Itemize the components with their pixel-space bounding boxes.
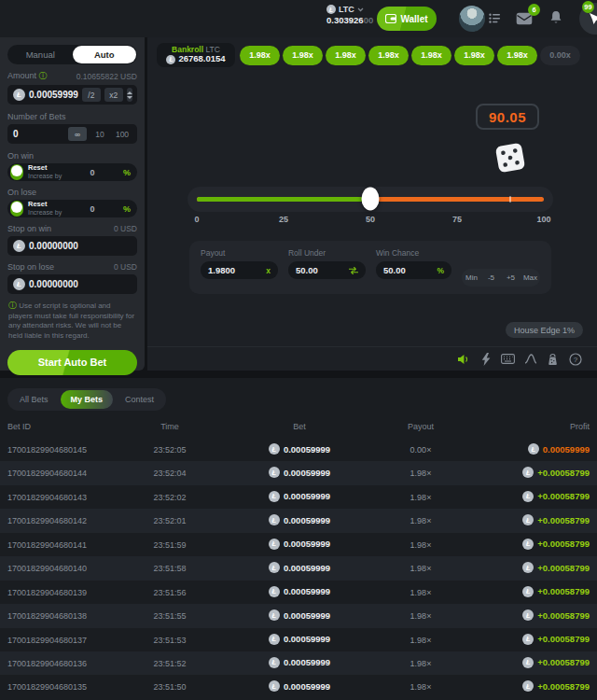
- on-lose-toggle[interactable]: [10, 201, 23, 217]
- wallet-label: Wallet: [400, 14, 427, 24]
- number-of-bets-input[interactable]: 0 ∞ 10 100: [7, 124, 137, 144]
- amount-input[interactable]: Ł 0.00059999 /2 x2: [7, 85, 137, 105]
- bet-id[interactable]: 17001829904680145: [7, 445, 87, 455]
- payout-input[interactable]: 1.9800 x: [201, 261, 278, 279]
- bet-time: 23:52:01: [131, 516, 209, 525]
- stop-on-lose-input[interactable]: Ł 0.00000000: [7, 274, 137, 294]
- bet-id[interactable]: 17001829904680135: [7, 682, 87, 692]
- bet-id[interactable]: 17001829904680144: [7, 469, 87, 478]
- bet-id[interactable]: 17001829904680143: [7, 493, 87, 502]
- avatar[interactable]: [459, 6, 485, 32]
- bets-tabs: All BetsMy BetsContest: [7, 388, 166, 411]
- table-row: 1700182990468014523:52:05Ł0.000599990.00…: [0, 438, 597, 461]
- on-win-value[interactable]: 0: [66, 168, 118, 177]
- table-row: 1700182990468014123:51:59Ł0.000599991.98…: [0, 533, 597, 556]
- turbo-bolt-icon[interactable]: [479, 352, 493, 366]
- slider-handle[interactable]: [362, 187, 380, 210]
- tab-my-bets[interactable]: My Bets: [61, 390, 114, 409]
- bet-profit: Ł+0.00058799: [522, 634, 590, 645]
- amount-value: 0.00059999: [29, 90, 78, 100]
- ltc-coin-icon: Ł: [269, 634, 280, 645]
- bet-id[interactable]: 17001829904680137: [7, 636, 87, 645]
- bet-id[interactable]: 17001829904680142: [7, 516, 87, 525]
- game-footer-toolbar: ?: [147, 346, 597, 371]
- bets-10-button[interactable]: 10: [90, 127, 109, 141]
- win-chance-max-button[interactable]: Max: [521, 269, 540, 287]
- bet-payout: 1.98×: [379, 636, 463, 645]
- multiplier-pill: 1.98x: [326, 46, 366, 65]
- balance-dim-digits: 00: [364, 15, 374, 25]
- ltc-coin-icon: Ł: [269, 491, 280, 502]
- amount-stepper[interactable]: [127, 88, 132, 102]
- bet-id[interactable]: 17001829904680141: [7, 540, 87, 550]
- multiplier-pill: 1.98x: [411, 46, 451, 65]
- double-amount-button[interactable]: x2: [104, 88, 123, 102]
- win-chance-minus-5-button[interactable]: -5: [481, 269, 501, 287]
- tab-contest[interactable]: Contest: [115, 390, 164, 409]
- sound-icon[interactable]: [456, 352, 470, 366]
- seed-shaker-icon[interactable]: [546, 352, 560, 366]
- table-row: 1700182990468014423:52:04Ł0.000599991.98…: [0, 461, 597, 484]
- rank-list-icon[interactable]: [489, 13, 501, 23]
- on-win-label: On win: [7, 151, 137, 161]
- bet-id[interactable]: 17001829904680138: [7, 611, 87, 621]
- script-disclaimer: ⓘ Use of script is optional and players …: [7, 301, 137, 342]
- win-chance-plus-5-button[interactable]: +5: [501, 269, 521, 287]
- column-header-payout: Payout: [379, 422, 463, 431]
- win-chance-label: Win Chance: [376, 248, 451, 258]
- live-stats-icon[interactable]: [523, 352, 537, 366]
- slider-track[interactable]: [197, 197, 544, 202]
- roll-result-tick: [509, 196, 511, 203]
- ltc-coin-icon: Ł: [166, 55, 175, 64]
- ltc-coin-icon: Ł: [522, 467, 534, 478]
- bet-profit: Ł+0.00058799: [522, 609, 590, 621]
- bet-id[interactable]: 17001829904680139: [7, 588, 87, 597]
- stop-on-win-converted: 0 USD: [114, 224, 137, 233]
- roll-under-label: Roll Under: [288, 248, 366, 258]
- bet-id[interactable]: 17001829904680136: [7, 659, 87, 668]
- on-lose-toggle-labels: Reset Increase by: [28, 201, 62, 217]
- on-win-toggle-labels: Reset Increase by: [28, 164, 62, 180]
- bet-payout: 1.98×: [379, 659, 463, 668]
- ltc-coin-icon: Ł: [522, 562, 534, 573]
- bet-id[interactable]: 17001829904680140: [7, 564, 87, 573]
- game-parameters: Payout 1.9800 x Roll Under 50.00 Win Cha…: [189, 241, 551, 294]
- stop-on-win-value: 0.00000000: [29, 241, 132, 251]
- stop-on-win-input[interactable]: Ł 0.00000000: [7, 236, 137, 256]
- bet-amount-value: 0.00059999: [284, 586, 330, 596]
- bet-profit: Ł+0.00058799: [522, 680, 590, 692]
- tab-manual[interactable]: Manual: [8, 46, 73, 63]
- table-row: 1700182990468013623:51:52Ł0.000599991.98…: [0, 651, 597, 675]
- help-icon[interactable]: ?: [568, 352, 582, 366]
- currency-selector[interactable]: Ł LTC 0.30392600: [326, 5, 373, 25]
- wallet-button[interactable]: Wallet: [377, 7, 437, 31]
- bet-controls-sidebar: Manual Auto Amount ⓘ 0.10655822 USD Ł 0.…: [0, 37, 145, 371]
- start-auto-bet-button[interactable]: Start Auto Bet: [7, 350, 137, 375]
- ltc-coin-icon: Ł: [522, 680, 534, 692]
- infinity-bets-button[interactable]: ∞: [68, 127, 87, 141]
- slider-fill: [197, 197, 370, 202]
- half-amount-button[interactable]: /2: [82, 88, 101, 102]
- win-chance-min-button[interactable]: Min: [462, 269, 481, 287]
- bet-payout: 1.98×: [379, 682, 463, 692]
- column-header-profit: Profit: [570, 422, 590, 431]
- bets-100-button[interactable]: 100: [113, 127, 132, 141]
- ltc-coin-icon: Ł: [13, 89, 25, 101]
- win-chance-input[interactable]: 50.00 %: [376, 261, 451, 279]
- bell-icon[interactable]: [549, 10, 562, 25]
- tab-all-bets[interactable]: All Bets: [9, 390, 59, 409]
- multiplier-pill: 1.98x: [454, 46, 494, 65]
- info-icon: ⓘ: [8, 301, 17, 310]
- bet-amount-value: 0.00059999: [284, 491, 330, 501]
- bet-amount: Ł0.00059999: [220, 634, 379, 645]
- swap-direction-icon[interactable]: [349, 267, 358, 274]
- on-lose-value[interactable]: 0: [66, 204, 118, 214]
- roll-under-input[interactable]: 50.00: [288, 261, 366, 279]
- tab-auto[interactable]: Auto: [73, 46, 137, 63]
- bet-profit: Ł+0.00058799: [522, 586, 590, 597]
- ltc-coin-icon: Ł: [269, 586, 280, 597]
- on-win-toggle[interactable]: [10, 164, 23, 180]
- hotkeys-keyboard-icon[interactable]: [501, 352, 515, 366]
- slider-tick-label: 75: [452, 215, 462, 224]
- chevron-down-icon: [357, 7, 364, 12]
